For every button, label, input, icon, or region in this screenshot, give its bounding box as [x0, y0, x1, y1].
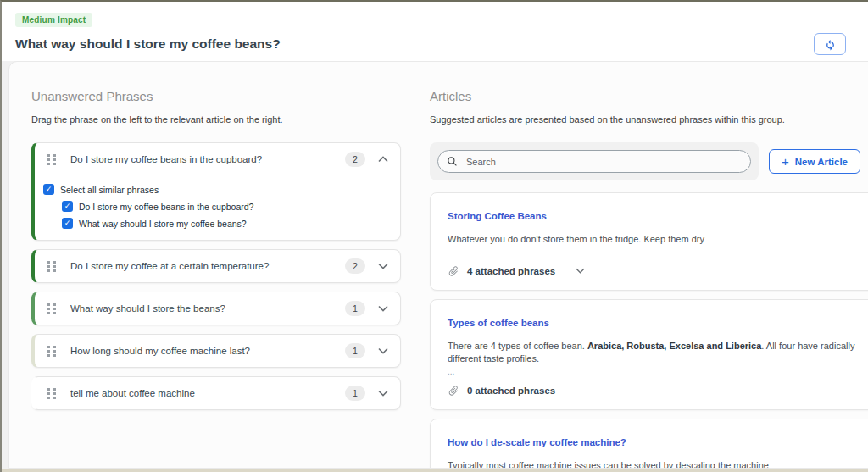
article-body: There are 4 types of coffee bean. Arabic… — [448, 340, 868, 365]
drag-handle-icon[interactable] — [47, 260, 58, 273]
article-card[interactable]: Types of coffee beans There are 4 types … — [430, 299, 868, 410]
article-card[interactable]: Storing Coffee Beans Whatever you do don… — [430, 192, 868, 291]
phrase-card[interactable]: How long should my coffee machine last? … — [31, 334, 401, 368]
search-input[interactable] — [465, 156, 742, 168]
phrase-text: How long should my coffee machine last? — [70, 346, 250, 356]
app-window: Medium Impact What way should I store my… — [0, 0, 868, 472]
similar-phrases-section: ✓ Select all similar phrases ✓ Do I stor… — [35, 175, 400, 240]
new-article-label: New Article — [795, 157, 848, 167]
refresh-button[interactable] — [814, 33, 846, 55]
plus-icon: + — [782, 155, 789, 168]
similar-phrase-row: ✓ Do I store my coffee beans in the cupb… — [62, 201, 390, 212]
phrase-card-header: tell me about coffee machine 1 — [35, 377, 400, 409]
phrase-count-badge: 2 — [345, 152, 365, 167]
article-footer: 4 attached phrases — [448, 265, 868, 277]
phrase-card[interactable]: What way should I store the beans? 1 — [31, 292, 401, 325]
similar-phrase-label: What way should I store my coffee beans? — [79, 219, 247, 229]
article-body-text: Typically most coffee machine issues can… — [448, 460, 769, 469]
page-title: What way should I store my coffee beans? — [15, 36, 281, 52]
paperclip-icon — [448, 265, 459, 277]
article-title[interactable]: How do I de-scale my coffee machine? — [448, 437, 626, 447]
phrase-card-header: Do I store my coffee at a certain temper… — [35, 250, 400, 282]
phrase-count-badge: 1 — [345, 343, 365, 358]
article-ellipsis: ... — [448, 367, 868, 376]
drag-handle-icon[interactable] — [47, 387, 58, 400]
chevron-up-icon — [378, 156, 388, 163]
unanswered-phrases-description: Drag the phrase on the left to the relev… — [31, 114, 401, 125]
attached-phrases-label: 0 attached phrases — [467, 386, 555, 396]
article-title[interactable]: Storing Coffee Beans — [448, 211, 547, 221]
article-body-text: Whatever you do don't store them in the … — [448, 234, 704, 244]
article-title[interactable]: Types of coffee beans — [448, 318, 549, 328]
articles-description: Suggested articles are presented based o… — [430, 114, 868, 125]
similar-phrase-row: ✓ What way should I store my coffee bean… — [62, 218, 390, 229]
expand-phrase-button[interactable] — [376, 261, 390, 271]
article-list: Storing Coffee Beans Whatever you do don… — [430, 192, 868, 469]
expand-phrase-button[interactable] — [376, 346, 390, 356]
expand-phrase-button[interactable] — [376, 388, 390, 398]
articles-toolbar: + New Article — [430, 142, 860, 180]
phrase-text: tell me about coffee machine — [70, 388, 195, 398]
drag-handle-icon[interactable] — [47, 303, 58, 315]
articles-title: Articles — [430, 89, 868, 103]
search-icon — [447, 156, 458, 167]
search-strip — [430, 142, 759, 180]
article-ellipsis — [448, 247, 868, 257]
chevron-down-icon — [378, 263, 388, 269]
article-body-bold: Arabica, Robusta, Excelsa and Liberica — [587, 341, 761, 351]
unanswered-phrases-panel: Unanswered Phrases Drag the phrase on th… — [31, 89, 401, 468]
phrase-text: Do I store my coffee at a certain temper… — [70, 261, 269, 271]
drag-handle-icon[interactable] — [47, 153, 58, 166]
phrase-count-badge: 2 — [345, 258, 365, 274]
new-article-button[interactable]: + New Article — [769, 149, 860, 174]
similar-phrase-checkbox[interactable]: ✓ — [62, 218, 73, 229]
similar-phrase-label: Do I store my coffee beans in the cupboa… — [79, 202, 253, 212]
main-panel: Unanswered Phrases Drag the phrase on th… — [8, 61, 868, 469]
article-body-text: There are 4 types of coffee bean. — [448, 341, 587, 351]
phrase-card[interactable]: tell me about coffee machine 1 — [31, 376, 401, 410]
article-body: Typically most coffee machine issues can… — [448, 459, 868, 469]
refresh-icon — [824, 38, 837, 51]
chevron-down-icon — [378, 390, 388, 397]
article-footer: 0 attached phrases — [448, 385, 868, 397]
similar-phrase-checkbox[interactable]: ✓ — [62, 201, 73, 212]
articles-panel: Articles Suggested articles are presente… — [430, 89, 868, 468]
select-all-row: ✓ Select all similar phrases — [43, 184, 390, 195]
chevron-down-icon — [576, 268, 585, 274]
expand-attached-button[interactable] — [574, 266, 587, 275]
page-header: Medium Impact What way should I store my… — [2, 2, 868, 61]
phrase-list: Do I store my coffee beans in the cupboa… — [31, 142, 401, 410]
attached-phrases-label: 4 attached phrases — [467, 266, 555, 276]
phrase-card-header: How long should my coffee machine last? … — [35, 335, 400, 367]
impact-badge: Medium Impact — [15, 13, 92, 27]
expand-phrase-button[interactable] — [376, 303, 390, 314]
window-bottom-edge — [2, 469, 868, 472]
phrase-text: Do I store my coffee beans in the cupboa… — [70, 154, 262, 164]
chevron-down-icon — [378, 305, 388, 312]
unanswered-phrases-title: Unanswered Phrases — [31, 89, 401, 103]
collapse-phrase-button[interactable] — [376, 154, 390, 164]
phrase-card-header: Do I store my coffee beans in the cupboa… — [35, 143, 400, 175]
select-all-checkbox[interactable]: ✓ — [43, 184, 54, 195]
chevron-down-icon — [378, 347, 388, 354]
paperclip-icon — [448, 385, 459, 397]
search-box[interactable] — [437, 150, 751, 173]
drag-handle-icon[interactable] — [47, 345, 58, 358]
phrase-card[interactable]: Do I store my coffee beans in the cupboa… — [31, 142, 401, 241]
phrase-card-header: What way should I store the beans? 1 — [35, 292, 400, 325]
select-all-label: Select all similar phrases — [60, 185, 159, 195]
phrase-text: What way should I store the beans? — [70, 303, 225, 314]
phrase-card[interactable]: Do I store my coffee at a certain temper… — [31, 249, 401, 283]
phrase-count-badge: 1 — [345, 301, 365, 316]
article-body: Whatever you do don't store them in the … — [448, 233, 868, 246]
phrase-count-badge: 1 — [345, 386, 365, 401]
article-card[interactable]: How do I de-scale my coffee machine? Typ… — [430, 419, 868, 469]
